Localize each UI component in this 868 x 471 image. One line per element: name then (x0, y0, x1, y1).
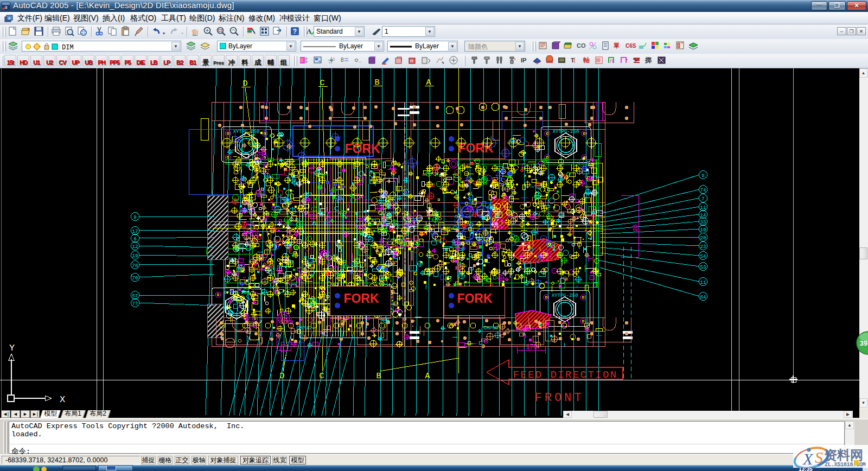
svg-text:FRONT: FRONT (534, 391, 584, 405)
svg-text:8: 8 (701, 173, 704, 179)
svg-text:X: X (802, 450, 814, 468)
svg-text:CHPUG: CHPUG (296, 326, 311, 331)
svg-text:11: 11 (700, 280, 706, 285)
svg-text:FORK: FORK (458, 141, 494, 155)
svg-text:23: 23 (700, 244, 706, 250)
svg-text:A: A (425, 372, 430, 381)
svg-text:DIM: DIM (62, 44, 74, 51)
svg-text:FEED DIRECTION: FEED DIRECTION (513, 369, 617, 381)
svg-text:?: ? (293, 28, 297, 35)
svg-text:57: 57 (132, 294, 138, 299)
svg-text:54: 54 (700, 254, 706, 259)
svg-text:70: 70 (132, 276, 138, 281)
svg-text:FORK: FORK (344, 142, 380, 156)
svg-text:33: 33 (700, 220, 706, 225)
svg-text:10: 10 (700, 227, 706, 233)
svg-text:74: 74 (700, 188, 706, 193)
svg-text:XYTPG-250: XYTPG-250 (552, 293, 578, 298)
svg-text:CO: CO (577, 42, 586, 49)
svg-text:IP: IP (521, 57, 526, 63)
svg-text:17: 17 (132, 229, 138, 234)
svg-text:a: a (8, 16, 11, 21)
svg-text:53: 53 (700, 265, 706, 270)
svg-text:19: 19 (132, 253, 138, 259)
svg-text:B: B (376, 372, 381, 381)
svg-text:X: X (60, 394, 65, 405)
svg-text:8: 8 (133, 237, 136, 242)
svg-text:a: a (5, 3, 8, 10)
svg-text:XYTPG-250: XYTPG-250 (233, 129, 260, 135)
svg-text:25: 25 (632, 224, 639, 231)
svg-text:Y: Y (9, 343, 15, 353)
svg-text:XYTPG-250: XYTPG-250 (553, 129, 579, 135)
svg-text:资料网: 资料网 (824, 448, 863, 462)
svg-text:12: 12 (132, 244, 138, 250)
svg-text:7: 7 (701, 196, 704, 202)
svg-text:39: 39 (860, 339, 867, 347)
svg-text:A: A (307, 27, 312, 35)
svg-text:78: 78 (132, 263, 138, 269)
svg-text:T: T (571, 57, 575, 63)
svg-text:R: R (410, 59, 413, 63)
svg-text:..: .. (359, 58, 361, 63)
svg-text:20: 20 (700, 236, 706, 241)
svg-text:掷: 掷 (644, 56, 652, 64)
svg-text:單: 單 (613, 42, 620, 49)
svg-text:FORK: FORK (343, 291, 379, 305)
svg-text:8: 8 (341, 57, 344, 63)
svg-text:64: 64 (700, 295, 706, 300)
svg-text:S: S (815, 448, 823, 466)
svg-text:ZL.XS1616.COM: ZL.XS1616.COM (825, 461, 866, 468)
svg-text:11: 11 (700, 205, 706, 211)
svg-text:FORK: FORK (457, 291, 493, 305)
svg-text:C6S: C6S (626, 43, 636, 49)
svg-text:9: 9 (133, 215, 136, 220)
svg-text:77: 77 (132, 301, 138, 307)
svg-text:軸: 軸 (583, 56, 590, 64)
